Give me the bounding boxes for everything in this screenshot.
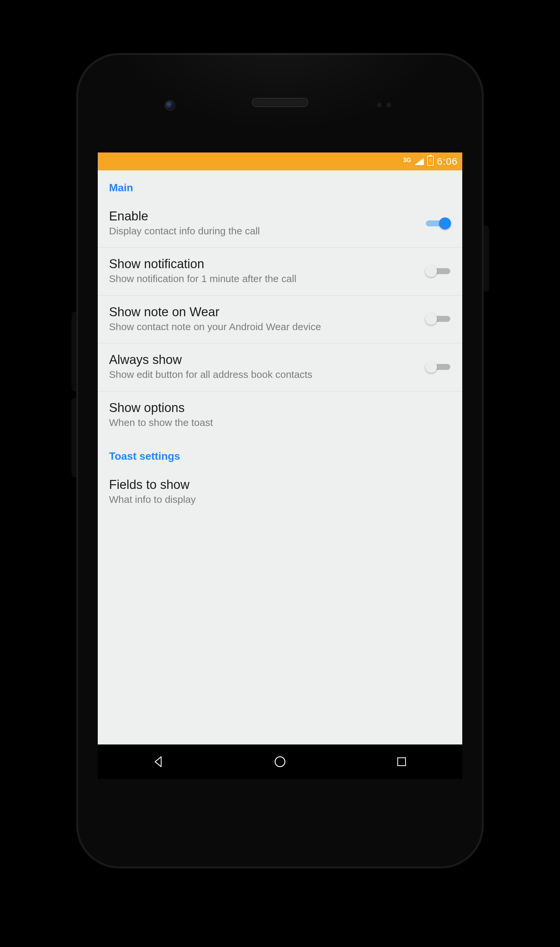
setting-subtitle: Show notification for 1 minute after the… [109,273,417,285]
back-icon [152,755,165,768]
setting-title: Fields to show [109,477,451,492]
earpiece-speaker [252,98,308,107]
nav-recent-button[interactable] [393,753,411,771]
toggle-always-show[interactable] [425,360,451,374]
setting-title: Always show [109,353,417,367]
section-header-main: Main [98,170,462,200]
setting-enable[interactable]: Enable Display contact info during the c… [98,200,462,248]
settings-content[interactable]: Main Enable Display contact info during … [98,170,462,744]
screen: 3G ⚡ 6:06 Main Enable Display contact in… [98,152,462,779]
sensors [377,103,391,108]
setting-show-note-wear[interactable]: Show note on Wear Show contact note on y… [98,296,462,343]
front-camera [166,101,174,110]
setting-subtitle: What info to display [109,493,451,506]
setting-show-options[interactable]: Show options When to show the toast [98,391,462,439]
setting-show-notification[interactable]: Show notification Show notification for … [98,248,462,295]
volume-down-button [72,398,76,477]
network-indicator: 3G [403,157,411,164]
nav-back-button[interactable] [149,753,167,771]
stage: 3G ⚡ 6:06 Main Enable Display contact in… [0,0,560,947]
setting-title: Enable [109,209,417,223]
setting-title: Show note on Wear [109,305,417,319]
setting-subtitle: Show contact note on your Android Wear d… [109,320,417,333]
toggle-enable[interactable] [425,217,451,230]
phone-frame: 3G ⚡ 6:06 Main Enable Display contact in… [76,53,484,868]
setting-always-show[interactable]: Always show Show edit button for all add… [98,343,462,391]
section-header-toast-settings: Toast settings [98,439,462,468]
setting-title: Show options [109,401,451,415]
setting-subtitle: Show edit button for all address book co… [109,368,417,381]
recent-icon [395,755,408,768]
signal-icon [415,158,424,165]
power-button [484,225,489,292]
status-bar: 3G ⚡ 6:06 [98,152,462,170]
battery-icon: ⚡ [427,155,434,168]
home-icon [273,755,287,769]
navigation-bar [98,744,462,779]
setting-subtitle: When to show the toast [109,416,451,429]
clock: 6:06 [437,156,458,167]
volume-up-button [72,312,76,391]
setting-title: Show notification [109,257,417,271]
nav-home-button[interactable] [271,753,289,771]
toggle-show-note-wear[interactable] [425,312,451,325]
setting-subtitle: Display contact info during the call [109,225,417,237]
svg-point-0 [275,757,285,767]
svg-rect-1 [398,758,406,766]
setting-fields-to-show[interactable]: Fields to show What info to display [98,468,462,516]
toggle-show-notification[interactable] [425,265,451,278]
